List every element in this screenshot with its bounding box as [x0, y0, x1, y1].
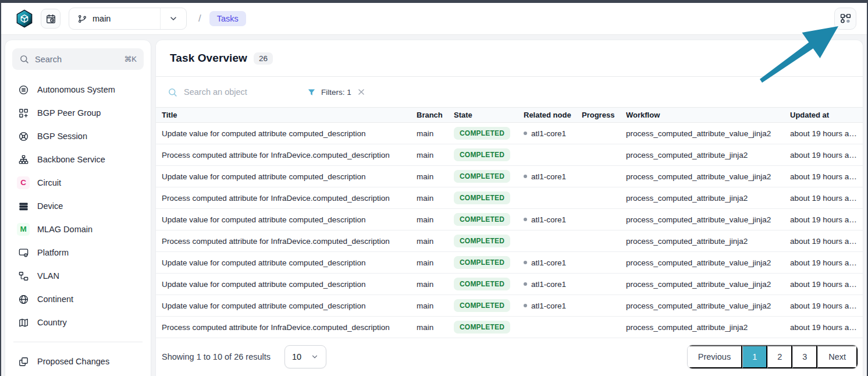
table-row[interactable]: Update value for computed attribute comp… — [156, 209, 863, 230]
previous-page-button[interactable]: Previous — [688, 345, 742, 368]
autonomous-system-icon — [17, 83, 30, 96]
column-header-workflow: Workflow — [626, 111, 790, 119]
sidebar-item-label: Autonomous System — [37, 85, 115, 94]
sidebar-item-label: Circuit — [37, 178, 61, 187]
cell-updated-at: about 19 hours ago — [790, 323, 863, 332]
cell-branch: main — [417, 194, 454, 203]
sidebar-search[interactable]: Search ⌘K — [12, 48, 144, 70]
cell-related-node: atl1-core1 — [524, 301, 582, 310]
node-dot-icon — [524, 261, 527, 264]
cell-related-node: atl1-core1 — [524, 129, 582, 138]
sidebar-item-label: VLAN — [37, 271, 59, 281]
cell-workflow: process_computed_attribute_value_jinja2 — [626, 129, 790, 138]
status-badge: COMPLETED — [454, 256, 510, 269]
vlan-icon — [17, 269, 30, 282]
table-row[interactable]: Update value for computed attribute comp… — [156, 295, 863, 317]
sidebar: Search ⌘K Autonomous SystemBGP Peer Grou… — [5, 40, 151, 376]
cell-updated-at: about 19 hours ago — [790, 129, 863, 138]
sidebar-item-continent[interactable]: Continent — [12, 288, 144, 311]
cell-updated-at: about 19 hours ago — [790, 194, 863, 203]
breadcrumb-separator: / — [198, 13, 201, 24]
related-node-name: atl1-core1 — [531, 280, 566, 289]
table-row[interactable]: Update value for computed attribute comp… — [156, 274, 863, 295]
status-badge: COMPLETED — [454, 235, 510, 247]
page-title: Task Overview — [170, 52, 247, 65]
sidebar-item-proposed-changes[interactable]: Proposed Changes — [12, 350, 144, 373]
cell-workflow: process_computed_attribute_jinja2 — [626, 323, 790, 332]
sidebar-footer-nav: Proposed ChangesObject Management — [12, 350, 144, 376]
sidebar-item-autonomous-system[interactable]: Autonomous System — [12, 78, 144, 101]
sidebar-item-label: BGP Peer Group — [37, 108, 101, 118]
table-row[interactable]: Process computed attribute for InfraDevi… — [156, 187, 863, 209]
clear-filters-button[interactable] — [357, 88, 365, 96]
object-search-input[interactable] — [183, 87, 290, 97]
page-button-3[interactable]: 3 — [792, 345, 817, 368]
sidebar-item-vlan[interactable]: VLAN — [12, 264, 144, 288]
table-row[interactable]: Update value for computed attribute comp… — [156, 252, 863, 274]
sidebar-item-backbone-service[interactable]: Backbone Service — [12, 148, 144, 171]
node-dot-icon — [524, 304, 527, 307]
cell-updated-at: about 19 hours ago — [790, 151, 863, 159]
cell-branch: main — [417, 237, 454, 246]
page-size-select[interactable]: 10 — [284, 345, 326, 368]
table-row[interactable]: Update value for computed attribute comp… — [156, 166, 863, 187]
filters-label: Filters: 1 — [321, 88, 351, 97]
table-row[interactable]: Update value for computed attribute comp… — [156, 123, 863, 144]
sidebar-item-label: MLAG Domain — [37, 225, 93, 234]
cell-related-node: atl1-core1 — [524, 172, 582, 181]
infrahub-logo[interactable] — [15, 9, 34, 28]
cell-related-node: atl1-core1 — [524, 280, 582, 289]
chevron-down-icon — [169, 14, 178, 23]
circuit-letter-icon: C — [17, 176, 30, 189]
cell-title: Update value for computed attribute comp… — [162, 301, 417, 310]
cell-state: COMPLETED — [454, 256, 524, 269]
cell-updated-at: about 19 hours ago — [790, 237, 863, 246]
cell-workflow: process_computed_attribute_jinja2 — [626, 151, 790, 159]
page-button-1[interactable]: 1 — [742, 345, 767, 368]
sidebar-item-bgp-session[interactable]: BGP Session — [12, 125, 144, 148]
sidebar-item-device[interactable]: Device — [12, 194, 144, 218]
cell-state: COMPLETED — [454, 213, 524, 226]
cell-updated-at: about 19 hours ago — [790, 280, 863, 289]
breadcrumb-tasks[interactable]: Tasks — [209, 11, 246, 26]
bgp-session-icon — [17, 130, 30, 143]
cell-title: Update value for computed attribute comp… — [162, 172, 417, 181]
page-button-2[interactable]: 2 — [767, 345, 792, 368]
cell-title: Process computed attribute for InfraDevi… — [162, 323, 417, 332]
table-row[interactable]: Process computed attribute for InfraDevi… — [156, 230, 863, 252]
node-dot-icon — [524, 175, 527, 178]
schema-visualizer-button[interactable] — [834, 8, 856, 30]
next-page-button[interactable]: Next — [817, 345, 858, 368]
column-header-state: State — [454, 111, 524, 119]
sidebar-item-circuit[interactable]: CCircuit — [12, 171, 144, 194]
cell-title: Update value for computed attribute comp… — [162, 129, 417, 138]
time-travel-button[interactable] — [41, 9, 61, 29]
sidebar-search-placeholder: Search — [35, 55, 118, 64]
status-badge: COMPLETED — [454, 148, 510, 161]
task-count-badge: 26 — [254, 52, 273, 65]
page-body: Search ⌘K Autonomous SystemBGP Peer Grou… — [1, 35, 867, 376]
cell-workflow: process_computed_attribute_jinja2 — [626, 194, 790, 203]
branch-selector[interactable]: main — [69, 8, 187, 30]
branch-selector-caret[interactable] — [160, 8, 186, 29]
status-badge: COMPLETED — [454, 127, 510, 140]
cell-related-node: atl1-core1 — [524, 215, 582, 224]
node-dot-icon — [524, 218, 527, 221]
sidebar-item-bgp-peer-group[interactable]: BGP Peer Group — [12, 101, 144, 125]
related-node-name: atl1-core1 — [531, 301, 566, 310]
cell-branch: main — [417, 151, 454, 159]
cell-updated-at: about 19 hours ago — [790, 215, 863, 224]
sidebar-item-country[interactable]: Country — [12, 311, 144, 334]
search-icon — [19, 54, 29, 64]
related-node-name: atl1-core1 — [531, 258, 566, 267]
cell-workflow: process_computed_attribute_value_jinja2 — [626, 280, 790, 289]
sidebar-item-mlag-domain[interactable]: MMLAG Domain — [12, 218, 144, 241]
cell-branch: main — [417, 258, 454, 267]
cell-state: COMPLETED — [454, 191, 524, 204]
cell-updated-at: about 19 hours ago — [790, 258, 863, 267]
sidebar-item-object-management[interactable]: Object Management — [12, 373, 144, 376]
filters-chip[interactable]: Filters: 1 — [307, 88, 351, 97]
sidebar-item-platform[interactable]: Platform — [12, 241, 144, 264]
table-row[interactable]: Process computed attribute for InfraDevi… — [156, 144, 863, 166]
table-row[interactable]: Process computed attribute for InfraDevi… — [156, 317, 863, 338]
